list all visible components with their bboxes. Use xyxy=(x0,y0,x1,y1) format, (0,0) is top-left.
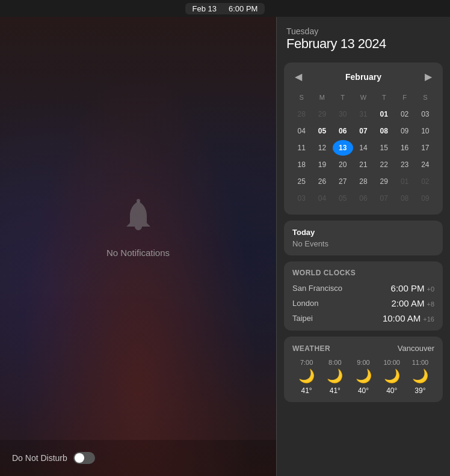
cal-day-cell[interactable]: 20 xyxy=(333,157,353,172)
cal-day-cell[interactable]: 21 xyxy=(353,157,374,172)
cal-day-cell[interactable]: 16 xyxy=(394,140,415,156)
events-empty: No Events xyxy=(292,239,434,248)
weather-temp: 41° xyxy=(301,386,312,395)
weather-moon-icon: 🌙 xyxy=(327,368,343,384)
weather-header: Weather Vancouver xyxy=(292,344,434,353)
cal-header-cell: S xyxy=(291,90,312,105)
full-date: February 13 2024 xyxy=(286,36,440,52)
cal-day-cell[interactable]: 06 xyxy=(333,123,353,139)
weather-hour-col: 11:00 🌙 39° xyxy=(406,359,434,395)
weather-moon-icon: 🌙 xyxy=(298,368,315,384)
clock-time: 10:00 AM xyxy=(383,313,421,323)
clock-offset: +16 xyxy=(423,316,434,323)
cal-day-cell[interactable]: 08 xyxy=(374,123,394,139)
svg-rect-0 xyxy=(137,199,140,203)
cal-day-cell[interactable]: 30 xyxy=(333,106,353,122)
notification-area: No Notifications xyxy=(0,17,276,440)
cal-day-cell[interactable]: 02 xyxy=(415,174,436,189)
calendar-grid: SMTWTFS282930310102030405060708091011121… xyxy=(291,90,436,206)
weather-title: Weather xyxy=(292,344,330,353)
cal-day-cell[interactable]: 10 xyxy=(415,123,436,139)
cal-day-cell[interactable]: 02 xyxy=(394,106,415,122)
cal-day-cell[interactable]: 03 xyxy=(291,191,312,206)
clock-offset: +0 xyxy=(427,285,434,293)
calendar-month-label: February xyxy=(345,72,381,82)
cal-day-cell[interactable]: 26 xyxy=(312,174,332,189)
clock-city: San Francisco xyxy=(292,284,342,293)
cal-day-cell[interactable]: 15 xyxy=(374,140,394,156)
dnd-label: Do Not Disturb xyxy=(12,453,67,463)
notification-center: No Notifications Do Not Disturb xyxy=(0,17,277,476)
cal-day-cell[interactable]: 28 xyxy=(353,174,374,189)
cal-day-cell[interactable]: 29 xyxy=(312,106,332,122)
weather-hour-col: 10:00 🌙 40° xyxy=(378,359,406,395)
prev-month-button[interactable]: ◀ xyxy=(291,70,306,84)
clock-row: Taipei 10:00 AM +16 xyxy=(292,313,434,323)
events-title: Today xyxy=(292,228,434,237)
no-notifications-label: No Notifications xyxy=(106,248,170,258)
cal-day-cell[interactable]: 09 xyxy=(415,191,436,206)
clock-city: Taipei xyxy=(292,314,313,323)
cal-day-cell[interactable]: 01 xyxy=(394,174,415,189)
clock-time-area: 2:00 AM +8 xyxy=(391,298,434,308)
menu-bar-date: Feb 13 xyxy=(193,4,217,13)
cal-day-cell[interactable]: 27 xyxy=(333,174,353,189)
cal-day-cell[interactable]: 29 xyxy=(374,174,394,189)
dnd-toggle[interactable] xyxy=(73,452,95,464)
weather-hour-time: 8:00 xyxy=(328,359,341,366)
weather-hour-col: 8:00 🌙 41° xyxy=(321,359,349,395)
weather-hour-time: 7:00 xyxy=(300,359,313,366)
weather-temp: 40° xyxy=(386,386,397,395)
cal-day-cell[interactable]: 24 xyxy=(415,157,436,172)
date-time-display[interactable]: Feb 13 6:00 PM xyxy=(185,3,265,14)
cal-day-cell[interactable]: 01 xyxy=(374,106,394,122)
clock-time: 6:00 PM xyxy=(391,283,425,293)
clock-time: 2:00 AM xyxy=(391,298,424,308)
cal-day-cell[interactable]: 05 xyxy=(312,123,332,139)
cal-header-cell: F xyxy=(394,90,415,105)
cal-day-cell[interactable]: 23 xyxy=(394,157,415,172)
next-month-button[interactable]: ▶ xyxy=(421,70,436,84)
clock-time-area: 6:00 PM +0 xyxy=(391,283,434,293)
do-not-disturb-bar: Do Not Disturb xyxy=(0,440,276,476)
weather-hours: 7:00 🌙 41° 8:00 🌙 41° 9:00 🌙 40° 10:00 🌙… xyxy=(292,359,434,395)
cal-day-cell[interactable]: 09 xyxy=(394,123,415,139)
calendar-header: ◀ February ▶ xyxy=(291,70,436,84)
menu-bar: Feb 13 6:00 PM xyxy=(0,0,450,17)
cal-day-cell[interactable]: 04 xyxy=(312,191,332,206)
clock-time-area: 10:00 AM +16 xyxy=(383,313,434,323)
date-header: Tuesday February 13 2024 xyxy=(284,26,443,56)
weather-temp: 40° xyxy=(358,386,369,395)
cal-day-cell[interactable]: 25 xyxy=(291,174,312,189)
clock-offset: +8 xyxy=(427,301,434,308)
cal-day-cell[interactable]: 17 xyxy=(415,140,436,156)
main-container: No Notifications Do Not Disturb Tuesday … xyxy=(0,17,450,476)
weather-widget: Weather Vancouver 7:00 🌙 41° 8:00 🌙 41° … xyxy=(284,337,443,402)
cal-day-cell[interactable]: 12 xyxy=(312,140,332,156)
weather-moon-icon: 🌙 xyxy=(356,368,372,384)
cal-day-cell[interactable]: 11 xyxy=(291,140,312,156)
clock-city: London xyxy=(292,299,318,308)
cal-day-cell[interactable]: 08 xyxy=(394,191,415,206)
cal-day-cell[interactable]: 28 xyxy=(291,106,312,122)
weather-temp: 39° xyxy=(415,386,425,395)
cal-day-cell[interactable]: 07 xyxy=(353,123,374,139)
cal-day-cell[interactable]: 04 xyxy=(291,123,312,139)
cal-day-cell[interactable]: 06 xyxy=(353,191,374,206)
cal-day-cell[interactable]: 05 xyxy=(333,191,353,206)
cal-header-cell: S xyxy=(415,90,436,105)
cal-day-cell[interactable]: 14 xyxy=(353,140,374,156)
clock-row: San Francisco 6:00 PM +0 xyxy=(292,283,434,293)
clocks-list: San Francisco 6:00 PM +0 London 2:00 AM … xyxy=(292,283,434,323)
cal-day-cell[interactable]: 19 xyxy=(312,157,332,172)
cal-day-cell[interactable]: 07 xyxy=(374,191,394,206)
cal-day-cell[interactable]: 03 xyxy=(415,106,436,122)
cal-day-cell[interactable]: 31 xyxy=(353,106,374,122)
cal-day-cell[interactable]: 22 xyxy=(374,157,394,172)
menu-bar-time: 6:00 PM xyxy=(229,4,257,13)
cal-day-cell[interactable]: 13 xyxy=(333,140,353,156)
weather-temp: 41° xyxy=(330,386,341,395)
cal-header-cell: M xyxy=(312,90,332,105)
weather-hour-col: 7:00 🌙 41° xyxy=(292,359,321,395)
cal-day-cell[interactable]: 18 xyxy=(291,157,312,172)
